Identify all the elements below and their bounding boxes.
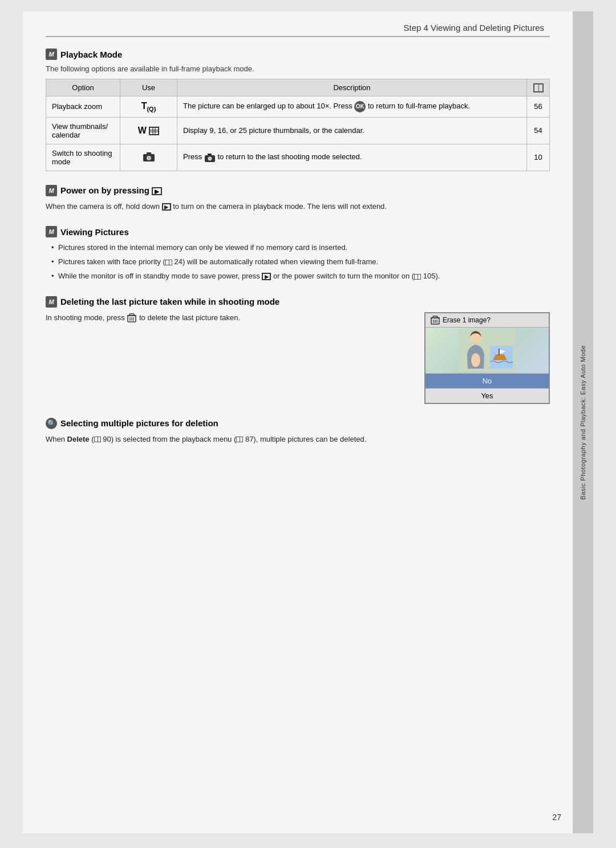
camera-inline-icon [204,153,216,162]
svg-rect-28 [499,349,500,356]
svg-rect-14 [129,314,134,316]
delete-text: In shooting mode, press to delete the la… [46,312,413,331]
erase-dialog-buttons: No Yes [425,373,549,403]
w-symbol: W [138,126,147,135]
playback-subtitle: The following options are available in f… [46,64,550,73]
delete-body: In shooting mode, press to delete the la… [46,312,413,324]
option-view-thumbnails: View thumbnails/calendar [46,117,120,144]
note-icon-playback: M [46,49,57,60]
list-item: Pictures taken with face priority ( 24) … [51,256,550,268]
section-power-on: M Power on by pressing ▶ When the camera… [46,185,550,213]
list-item: While the monitor is off in standby mode… [51,270,550,282]
camera-icon [143,151,155,161]
ok-button-icon: OK [354,101,366,112]
erase-no-button[interactable]: No [425,373,549,388]
svg-point-11 [209,158,210,159]
section-title-viewing: M Viewing Pictures [46,226,550,237]
playback-mode-title: Playback Mode [60,50,122,59]
desc-switch-shooting: Press to return to the last shooting mod… [177,144,527,171]
main-content: Step 4 Viewing and Deleting Pictures M P… [23,11,573,833]
desc-view-thumbnails: Display 9, 16, or 25 picture thumbnails,… [177,117,527,144]
viewing-bullets: Pictures stored in the internal memory c… [46,242,550,282]
page-switch-shooting: 10 [527,144,550,171]
note-icon-deleting: M [46,296,57,308]
erase-dialog-title: Erase 1 image? [443,316,491,324]
trash-dialog-icon [430,316,440,325]
book-ref-icon3 [94,437,101,442]
option-switch-shooting: Switch to shooting mode [46,144,120,171]
power-on-body: When the camera is off, hold down ▶ to t… [46,201,550,213]
section-title-power: M Power on by pressing ▶ [46,185,550,196]
viewing-title: Viewing Pictures [60,227,129,237]
sidebar-label: Basic Photography and Playback: Easy Aut… [579,345,586,500]
section-title-playback: M Playback Mode [46,49,550,60]
col-header-description: Description [177,79,527,96]
book-ref-icon2 [414,274,421,280]
delete-preview-container: In shooting mode, press to delete the la… [46,312,550,404]
page-playback-zoom: 56 [527,96,550,117]
deleting-title: Deleting the last picture taken while in… [60,297,279,306]
page-header: Step 4 Viewing and Deleting Pictures [46,23,550,37]
selecting-title: Selecting multiple pictures for deletion [60,418,218,428]
grid-icon [149,127,159,135]
list-item: Pictures stored in the internal memory c… [51,242,550,254]
svg-rect-20 [433,316,437,318]
use-switch-shooting [120,144,177,171]
desc-playback-zoom: The picture can be enlarged up to about … [177,96,527,117]
erase-dialog-header: Erase 1 image? [425,313,549,328]
play-button-icon: ▶ [152,187,162,195]
page-view-thumbnails: 54 [527,117,550,144]
erase-image-illustration [459,329,516,371]
col-header-option: Option [46,79,120,96]
trash-icon-inline [127,313,137,322]
erase-yes-button[interactable]: Yes [425,388,549,403]
book-ref-icon4 [236,437,243,442]
sidebar: Basic Photography and Playback: Easy Aut… [573,11,593,833]
section-deleting: M Deleting the last picture taken while … [46,296,550,404]
section-title-selecting: 🔍 Selecting multiple pictures for deleti… [46,418,550,429]
note-icon-viewing: M [46,226,57,237]
section-selecting-multiple: 🔍 Selecting multiple pictures for deleti… [46,418,550,446]
table-row: Switch to shooting mode Press [46,144,550,171]
svg-rect-9 [208,154,212,156]
table-row: View thumbnails/calendar W [46,117,550,144]
play-icon-inline: ▶ [162,203,171,211]
table-row: Playback zoom T(Q) The picture can be en… [46,96,550,117]
page: Step 4 Viewing and Deleting Pictures M P… [23,11,593,833]
q-symbol: (Q) [147,106,156,112]
options-table: Option Use Description Playback zoom [46,79,550,171]
use-view-thumbnails: W [120,117,177,144]
use-playback-zoom: T(Q) [120,96,177,117]
book-ref-icon [165,260,172,265]
section-playback-mode: M Playback Mode The following options ar… [46,49,550,171]
erase-dialog: Erase 1 image? [424,312,550,404]
note-icon-power: M [46,185,57,196]
svg-rect-5 [147,152,151,155]
col-header-use: Use [120,79,177,96]
svg-point-26 [471,353,480,367]
selecting-body: When Delete ( 90) is selected from the p… [46,434,550,446]
svg-point-7 [148,157,150,159]
section-title-deleting: M Deleting the last picture taken while … [46,296,550,308]
note-icon-selecting: 🔍 [46,418,57,429]
play-icon-inline2: ▶ [262,273,271,280]
t-symbol: T [141,101,147,111]
option-playback-zoom: Playback zoom [46,96,120,117]
power-on-title: Power on by pressing ▶ [60,185,162,195]
col-header-page [527,79,550,96]
erase-dialog-image [425,328,549,373]
section-viewing: M Viewing Pictures Pictures stored in th… [46,226,550,282]
page-number: 27 [552,813,561,822]
header-title: Step 4 Viewing and Deleting Pictures [403,23,544,33]
